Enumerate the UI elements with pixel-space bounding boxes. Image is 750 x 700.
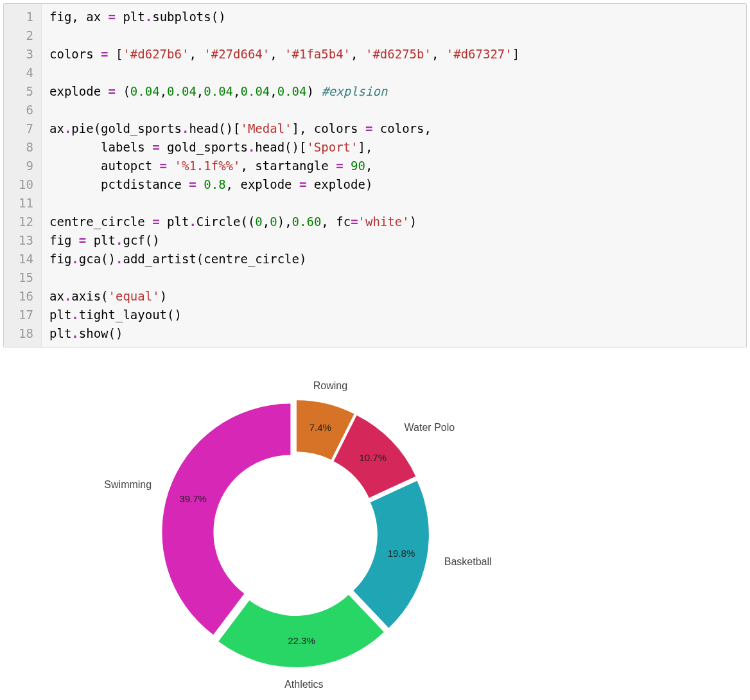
line-number: 1 [12, 8, 35, 26]
slice-label: Basketball [444, 556, 492, 567]
line-number: 4 [12, 64, 35, 82]
code-line-gutter: 123456789101112131415161718 [4, 4, 42, 347]
donut-slice [218, 595, 384, 667]
line-number: 14 [12, 250, 35, 268]
line-number: 13 [12, 231, 35, 250]
donut-chart: 39.7%Swimming22.3%Athletics19.8%Basketba… [77, 354, 527, 700]
code-line [49, 26, 738, 45]
line-number: 16 [12, 287, 35, 306]
line-number: 10 [12, 175, 35, 194]
code-line [49, 64, 738, 82]
code-line: plt.tight_layout() [49, 306, 738, 324]
code-cell: 123456789101112131415161718 fig, ax = pl… [3, 3, 747, 347]
line-number: 6 [12, 101, 35, 119]
slice-label: Athletics [284, 679, 323, 690]
pct-label: 22.3% [288, 635, 315, 646]
code-line: centre_circle = plt.Circle((0,0),0.60, f… [49, 213, 738, 231]
pct-label: 19.8% [388, 548, 415, 559]
line-number: 2 [12, 26, 35, 45]
donut-slice [162, 403, 290, 634]
code-content[interactable]: fig, ax = plt.subplots() colors = ['#d62… [42, 4, 746, 347]
pct-label: 10.7% [359, 452, 387, 463]
code-line: colors = ['#d627b6', '#27d664', '#1fa5b4… [49, 45, 738, 64]
code-line: fig, ax = plt.subplots() [49, 8, 738, 26]
pct-label: 39.7% [179, 493, 207, 504]
code-line [49, 268, 738, 287]
line-number: 17 [12, 306, 35, 324]
code-line: ax.pie(gold_sports.head()['Medal'], colo… [49, 119, 738, 138]
slice-label: Swimming [104, 479, 152, 490]
line-number: 9 [12, 157, 35, 175]
code-line: pctdistance = 0.8, explode = explode) [49, 175, 738, 194]
line-number: 7 [12, 119, 35, 138]
line-number: 8 [12, 138, 35, 157]
chart-output: 39.7%Swimming22.3%Athletics19.8%Basketba… [77, 354, 527, 700]
slice-label: Rowing [313, 380, 347, 391]
code-line: autopct = '%1.1f%%', startangle = 90, [49, 157, 738, 175]
code-line: plt.show() [49, 324, 738, 343]
code-line: labels = gold_sports.head()['Sport'], [49, 138, 738, 157]
line-number: 5 [12, 82, 35, 101]
line-number: 3 [12, 45, 35, 64]
code-line [49, 194, 738, 213]
pct-label: 7.4% [310, 422, 331, 433]
code-line [49, 101, 738, 119]
slice-label: Water Polo [405, 422, 455, 433]
line-number: 12 [12, 213, 35, 231]
code-line: fig.gca().add_artist(centre_circle) [49, 250, 738, 268]
code-line: ax.axis('equal') [49, 287, 738, 306]
code-line: fig = plt.gcf() [49, 231, 738, 250]
line-number: 18 [12, 324, 35, 343]
line-number: 11 [12, 194, 35, 213]
code-line: explode = (0.04,0.04,0.04,0.04,0.04) #ex… [49, 82, 738, 101]
line-number: 15 [12, 268, 35, 287]
